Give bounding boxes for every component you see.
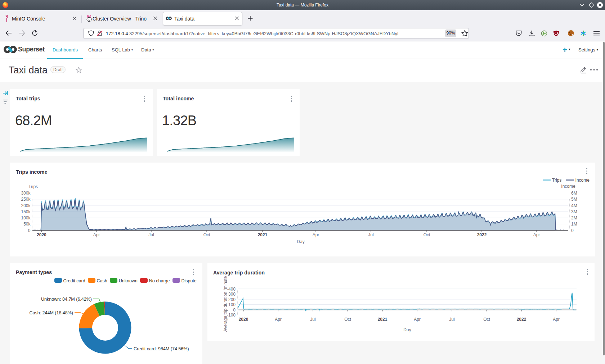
svg-text:Oct: Oct <box>344 317 351 322</box>
svg-text:Average trip duration (minute: Average trip duration (minute <box>223 276 228 332</box>
svg-text:150k: 150k <box>21 209 31 214</box>
svg-text:-100: -100 <box>227 313 236 318</box>
svg-text:2022: 2022 <box>517 317 526 322</box>
svg-text:100: 100 <box>228 302 236 307</box>
svg-text:Cash: 244M (18.48%): Cash: 244M (18.48%) <box>29 310 73 315</box>
svg-text:100k: 100k <box>21 215 31 220</box>
svg-text:0: 0 <box>28 228 31 233</box>
svg-text:Apr: Apr <box>93 232 100 237</box>
svg-text:Apr: Apr <box>553 317 560 322</box>
svg-text:Credit card: 984M (74.56%): Credit card: 984M (74.56%) <box>134 346 189 351</box>
svg-text:300k: 300k <box>21 191 31 196</box>
svg-text:1M: 1M <box>571 222 577 227</box>
svg-text:250k: 250k <box>21 197 31 202</box>
svg-text:2021: 2021 <box>258 232 268 237</box>
svg-text:Apr: Apr <box>414 317 421 322</box>
svg-text:200: 200 <box>228 297 236 302</box>
svg-text:Day: Day <box>403 327 411 332</box>
svg-text:2M: 2M <box>571 215 577 220</box>
svg-text:4M: 4M <box>571 203 577 208</box>
svg-text:Apr: Apr <box>313 232 319 237</box>
svg-text:Trips: Trips <box>28 184 38 189</box>
svg-text:Unknown: 84.7M (6.42%): Unknown: 84.7M (6.42%) <box>41 297 92 302</box>
svg-text:3M: 3M <box>571 209 577 214</box>
svg-text:2020: 2020 <box>37 232 46 237</box>
svg-text:0: 0 <box>233 308 236 313</box>
svg-text:400: 400 <box>228 287 236 292</box>
svg-text:5M: 5M <box>571 197 577 202</box>
svg-text:Oct: Oct <box>483 317 490 322</box>
svg-text:Oct: Oct <box>203 232 210 237</box>
svg-text:2022: 2022 <box>477 232 487 237</box>
svg-text:6M: 6M <box>571 191 577 196</box>
svg-text:Day: Day <box>297 239 304 244</box>
svg-text:Jul: Jul <box>148 232 154 237</box>
svg-text:Apr: Apr <box>275 317 282 322</box>
svg-text:300: 300 <box>228 292 236 297</box>
svg-text:2020: 2020 <box>239 317 248 322</box>
svg-text:0: 0 <box>571 228 574 233</box>
svg-text:Jul: Jul <box>310 317 315 322</box>
svg-text:Jul: Jul <box>368 232 373 237</box>
svg-text:Apr: Apr <box>533 232 540 237</box>
svg-text:Oct: Oct <box>424 232 430 237</box>
svg-text:50k: 50k <box>23 222 31 227</box>
svg-text:Income: Income <box>561 184 575 189</box>
svg-text:200k: 200k <box>21 203 31 208</box>
svg-text:2021: 2021 <box>378 317 387 322</box>
svg-text:Jul: Jul <box>449 317 454 322</box>
